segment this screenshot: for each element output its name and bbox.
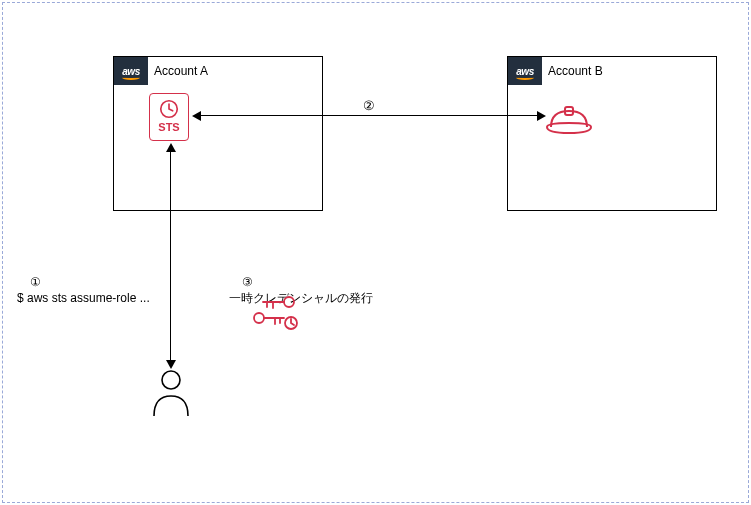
arrow-user-to-sts-head-down <box>166 360 176 369</box>
step-two-marker: ② <box>363 97 375 115</box>
arrow-user-to-sts <box>170 151 171 361</box>
sts-label: STS <box>150 121 188 133</box>
aws-logo-text: aws <box>516 66 533 77</box>
clock-icon <box>158 98 180 120</box>
arrow-user-to-sts-head-up <box>166 143 176 152</box>
svg-point-4 <box>254 313 264 323</box>
svg-point-3 <box>284 297 294 307</box>
step-one-block: ① $ aws sts assume-role ... <box>17 258 150 323</box>
sts-service-node: STS <box>149 93 189 141</box>
account-b-box: aws Account B <box>507 56 717 211</box>
step-three-marker: ③ <box>242 275 253 289</box>
arrow-sts-to-role <box>200 115 538 116</box>
account-a-box: aws Account A <box>113 56 323 211</box>
account-a-header: aws Account A <box>114 57 208 85</box>
account-a-label: Account A <box>148 57 208 85</box>
svg-point-2 <box>162 371 180 389</box>
account-b-label: Account B <box>542 57 603 85</box>
account-b-header: aws Account B <box>508 57 603 85</box>
user-icon <box>150 368 192 421</box>
aws-logo-badge: aws <box>508 57 542 85</box>
step-one-text: $ aws sts assume-role ... <box>17 291 150 305</box>
temporary-credentials-icon <box>249 293 299 336</box>
canvas-frame: aws Account A STS aws Account B ② <box>2 2 749 503</box>
arrow-sts-to-role-head-right <box>537 111 546 121</box>
arrow-sts-to-role-head-left <box>192 111 201 121</box>
aws-logo-text: aws <box>122 66 139 77</box>
step-one-marker: ① <box>30 275 41 289</box>
aws-logo-badge: aws <box>114 57 148 85</box>
iam-role-icon <box>545 101 593 140</box>
